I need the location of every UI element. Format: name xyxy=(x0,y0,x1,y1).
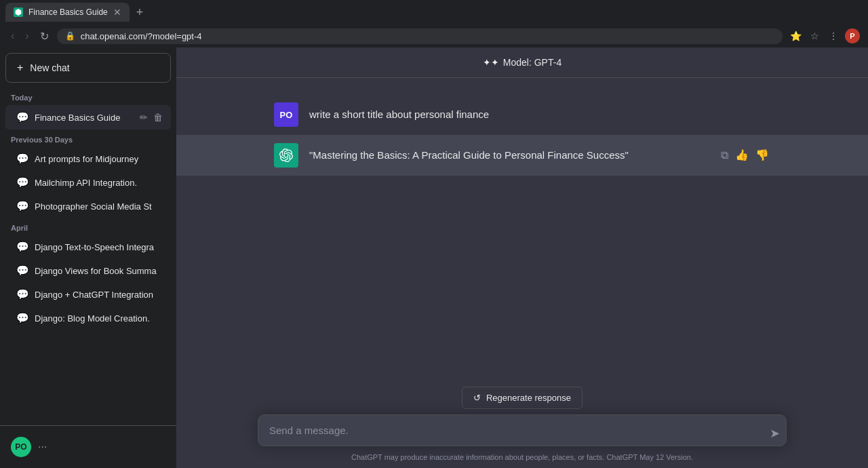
app-container: + New chat Today 💬 Finance Basics Guide … xyxy=(0,47,868,468)
forward-button[interactable]: › xyxy=(22,28,31,43)
gpt-logo-svg xyxy=(279,149,293,162)
chat-item-django-chatgpt[interactable]: 💬 Django + ChatGPT Integration xyxy=(5,283,171,306)
bookmark-icon[interactable]: ☆ xyxy=(807,28,822,43)
user-avatar-badge: PO xyxy=(274,102,298,127)
chat-item-django-tts[interactable]: 💬 Django Text-to-Speech Integra xyxy=(5,235,171,258)
prev30-section-label: Previous 30 Days xyxy=(0,130,176,147)
assistant-message-content: "Mastering the Basics: A Practical Guide… xyxy=(309,143,709,163)
chat-icon: 💬 xyxy=(16,153,29,165)
chat-item-photographer[interactable]: 💬 Photographer Social Media St xyxy=(5,195,171,218)
plus-icon: + xyxy=(17,62,23,74)
send-icon: ➤ xyxy=(770,426,780,441)
sidebar-bottom: PO ··· xyxy=(0,425,176,468)
address-bar: ‹ › ↻ 🔒 chat.openai.com/?model=gpt-4 ⭐ ☆… xyxy=(0,24,868,47)
assistant-message: "Mastering the Basics: A Practical Guide… xyxy=(258,135,787,176)
refresh-button[interactable]: ↻ xyxy=(37,28,52,44)
send-button[interactable]: ➤ xyxy=(770,426,780,441)
main-content: ✦✦ Model: GPT-4 PO write a short title a… xyxy=(176,47,868,468)
extensions-icon[interactable]: ⭐ xyxy=(788,28,803,43)
model-label: ✦✦ Model: GPT-4 xyxy=(483,57,561,68)
chat-item-finance-basics[interactable]: 💬 Finance Basics Guide ✏ 🗑 xyxy=(5,105,171,130)
sidebar-scroll: Today 💬 Finance Basics Guide ✏ 🗑 Previou… xyxy=(0,88,176,425)
chat-item-title: Mailchimp API Integration. xyxy=(35,178,164,188)
input-area: ➤ xyxy=(258,414,787,449)
footer-disclaimer: ChatGPT may produce inaccurate informati… xyxy=(258,449,787,468)
lock-icon: 🔒 xyxy=(65,31,75,41)
browser-chrome: Finance Basics Guide ✕ + ‹ › ↻ 🔒 chat.op… xyxy=(0,0,868,47)
chat-item-actions: ✏ 🗑 xyxy=(138,111,164,124)
profile-icon[interactable]: P xyxy=(845,28,860,43)
user-initials: PO xyxy=(280,110,293,120)
edit-chat-icon[interactable]: ✏ xyxy=(138,111,149,124)
tab-close-btn[interactable]: ✕ xyxy=(113,7,121,18)
message-input[interactable] xyxy=(258,414,787,446)
user-profile-button[interactable]: PO ··· xyxy=(5,431,171,463)
active-tab[interactable]: Finance Basics Guide ✕ xyxy=(5,3,130,22)
tab-favicon xyxy=(14,7,23,17)
chat-header: ✦✦ Model: GPT-4 xyxy=(176,47,868,78)
chat-icon: 💬 xyxy=(16,111,29,123)
chat-item-title: Finance Basics Guide xyxy=(35,113,133,123)
back-button[interactable]: ‹ xyxy=(8,28,17,43)
copy-message-button[interactable]: ⧉ xyxy=(719,148,730,163)
tab-title: Finance Basics Guide xyxy=(28,7,108,17)
user-message-content: write a short title about personal finan… xyxy=(309,102,770,123)
thumbs-up-button[interactable]: 👍 xyxy=(734,147,750,163)
chat-messages: PO write a short title about personal fi… xyxy=(176,78,868,387)
chat-icon: 💬 xyxy=(16,241,29,253)
chat-icon: 💬 xyxy=(16,265,29,277)
chat-item-title: Django Text-to-Speech Integra xyxy=(35,242,164,252)
model-name: Model: GPT-4 xyxy=(503,57,561,68)
chat-footer-area: ↺ Regenerate response ➤ ChatGPT may prod… xyxy=(176,387,868,468)
today-section-label: Today xyxy=(0,88,176,104)
regenerate-button[interactable]: ↺ Regenerate response xyxy=(462,387,583,409)
browser-toolbar-icons: ⭐ ☆ ⋮ P xyxy=(788,28,860,43)
chat-icon: 💬 xyxy=(16,288,29,300)
user-message: PO write a short title about personal fi… xyxy=(258,94,787,135)
chat-item-art-prompts[interactable]: 💬 Art prompts for Midjourney xyxy=(5,147,171,170)
chat-item-title: Django Views for Book Summa xyxy=(35,266,164,276)
regenerate-label: Regenerate response xyxy=(486,393,571,403)
new-tab-button[interactable]: + xyxy=(132,4,148,21)
chat-item-title: Photographer Social Media St xyxy=(35,201,164,212)
thumbs-down-button[interactable]: 👎 xyxy=(754,147,770,163)
url-text: chat.openai.com/?model=gpt-4 xyxy=(81,31,774,41)
menu-icon[interactable]: ⋮ xyxy=(826,28,841,43)
tab-bar: Finance Basics Guide ✕ + xyxy=(0,0,868,24)
new-chat-label: New chat xyxy=(30,62,69,73)
april-section-label: April xyxy=(0,218,176,235)
sparkle-icon: ✦✦ xyxy=(483,57,499,68)
more-options-icon: ··· xyxy=(38,441,47,453)
gpt-avatar-badge xyxy=(274,143,298,168)
chat-item-title: Art prompts for Midjourney xyxy=(35,154,164,164)
chat-icon: 💬 xyxy=(16,312,29,324)
chat-item-title: Django + ChatGPT Integration xyxy=(35,290,164,300)
user-avatar: PO xyxy=(11,437,31,457)
chat-item-django-blog[interactable]: 💬 Django: Blog Model Creation. xyxy=(5,307,171,330)
url-bar[interactable]: 🔒 chat.openai.com/?model=gpt-4 xyxy=(57,28,783,44)
regenerate-icon: ↺ xyxy=(473,393,481,403)
delete-chat-icon[interactable]: 🗑 xyxy=(152,111,164,124)
chat-icon: 💬 xyxy=(16,200,29,212)
chat-item-django-views[interactable]: 💬 Django Views for Book Summa xyxy=(5,259,171,282)
chat-icon: 💬 xyxy=(16,176,29,189)
chat-item-mailchimp[interactable]: 💬 Mailchimp API Integration. xyxy=(5,171,171,194)
chat-item-title: Django: Blog Model Creation. xyxy=(35,313,164,324)
sidebar: + New chat Today 💬 Finance Basics Guide … xyxy=(0,47,176,468)
assistant-message-wrapper: "Mastering the Basics: A Practical Guide… xyxy=(176,135,868,176)
message-action-buttons: ⧉ 👍 👎 xyxy=(719,147,770,163)
new-chat-button[interactable]: + New chat xyxy=(5,53,171,83)
